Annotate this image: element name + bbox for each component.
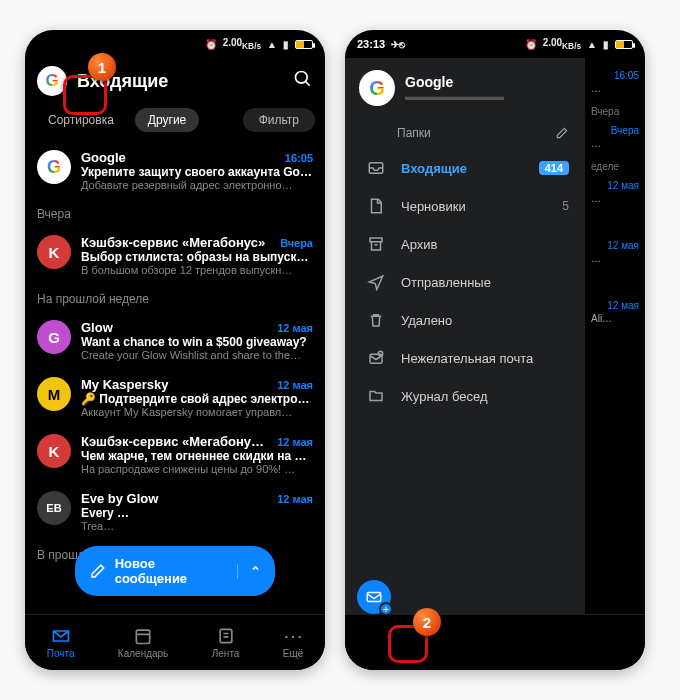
folder-archive[interactable]: Архив [345,225,585,263]
sender-avatar: K [37,235,71,269]
sender-avatar: G [37,320,71,354]
message-subject: Every … [81,506,313,520]
log-icon [365,387,387,405]
folder-label: Черновики [401,199,548,214]
message-subject: 🔑 Подтвердите свой адрес электронн… [81,392,313,406]
nav-feed[interactable]: Лента [212,626,240,659]
sender-name: Кэшбэк-сервис «Мегабону… [81,434,277,449]
status-bar: 23:13 ✈ ⎋ ⏰ 2.00KB/s ▲ ▮ [345,30,645,58]
folder-inbox[interactable]: Входящие 414 [345,149,585,187]
message-preview: Trea… [81,520,313,532]
message-date: 12 мая [277,379,313,391]
sent-icon [365,273,387,291]
message-row[interactable]: GGlow 12 мая Want a chance to win a $500… [25,312,325,369]
folder-spam[interactable]: Нежелательная почта [345,339,585,377]
account-avatar[interactable]: G [359,70,395,106]
folder-label: Удалено [401,313,569,328]
nav-drawer: G Google ▬▬▬▬▬▬▬▬▬ Папки Входящие 414 Че… [345,58,585,670]
account-email: ▬▬▬▬▬▬▬▬▬ [405,90,504,102]
draft-icon [365,197,387,215]
svg-rect-2 [136,630,149,643]
folder-draft[interactable]: Черновики 5 [345,187,585,225]
message-date: 16:05 [285,152,313,164]
nav-mail[interactable]: Почта [47,626,75,659]
folder-label: Нежелательная почта [401,351,569,366]
signal-icon: ▮ [283,39,289,50]
alarm-icon: ⏰ [525,39,537,50]
callout-1-box [63,75,107,115]
battery-icon [615,40,633,49]
folder-log[interactable]: Журнал бесед [345,377,585,415]
edit-folders-icon[interactable] [555,126,569,143]
message-row[interactable]: EBEve by Glow 12 мая Every … Trea… [25,483,325,540]
folder-label: Архив [401,237,569,252]
message-date: 12 мая [277,493,313,505]
search-icon[interactable] [293,69,313,94]
svg-point-0 [296,71,308,83]
spam-icon [365,349,387,367]
status-bar: ⏰ 2.00KB/s ▲ ▮ [25,30,325,58]
svg-line-1 [306,81,310,85]
net-speed: 2.00KB/s [223,37,261,51]
message-preview: Create your Glow Wishlist and share to t… [81,349,313,361]
chevron-up-icon[interactable]: ⌃ [237,564,261,579]
wifi-icon: ▲ [267,39,277,50]
message-subject: Want a chance to win a $500 giveaway? [81,335,313,349]
callout-2: 2 [413,608,441,636]
message-preview: Добавьте резервный адрес электронно… [81,179,313,191]
folder-badge: 414 [539,161,569,175]
account-header[interactable]: G Google ▬▬▬▬▬▬▬▬▬ [345,70,585,118]
tab-other[interactable]: Другие [135,108,199,132]
message-preview: Аккаунт My Kaspersky помогает управл… [81,406,313,418]
folder-trash[interactable]: Удалено [345,301,585,339]
filter-chip[interactable]: Фильтр [243,108,315,132]
sender-name: Кэшбэк-сервис «Мегабонус» [81,235,280,250]
phone-inbox: ⏰ 2.00KB/s ▲ ▮ G Входящие Сортировка Дру… [25,30,325,670]
sender-name: Google [81,150,285,165]
archive-icon [365,235,387,253]
message-subject: Выбор стилиста: образы на выпускно… [81,250,313,264]
phone-drawer: 23:13 ✈ ⎋ ⏰ 2.00KB/s ▲ ▮ 16:05 … Вчера В… [345,30,645,670]
message-row[interactable]: MMy Kaspersky 12 мая 🔑 Подтвердите свой … [25,369,325,426]
account-name: Google [405,74,504,90]
message-row[interactable]: KКэшбэк-сервис «Мегабонус» Вчера Выбор с… [25,227,325,284]
wifi-icon: ▲ [587,39,597,50]
message-row[interactable]: KКэшбэк-сервис «Мегабону… 12 мая Чем жар… [25,426,325,483]
sender-name: Eve by Glow [81,491,277,506]
folder-label: Входящие [401,161,525,176]
sender-avatar: G [37,150,71,184]
alarm-icon: ⏰ [205,39,217,50]
sender-name: My Kaspersky [81,377,277,392]
message-list[interactable]: GGoogle 16:05 Укрепите защиту своего акк… [25,142,325,568]
compose-button[interactable]: Новое сообщение ⌃ [75,546,275,596]
message-subject: Чем жарче, тем огненнее скидки на Ali… [81,449,313,463]
compose-fab[interactable]: + [357,580,391,614]
message-date: Вчера [280,237,313,249]
net-speed: 2.00KB/s [543,37,581,51]
message-preview: На распродаже снижены цены до 90%! … [81,463,313,475]
svg-rect-8 [370,238,382,242]
folder-label: Отправленные [401,275,569,290]
folder-label: Журнал бесед [401,389,569,404]
sender-avatar: K [37,434,71,468]
nav-calendar[interactable]: Календарь [118,626,168,659]
battery-icon [295,40,313,49]
telegram-icon: ✈ [391,39,399,50]
clock: 23:13 [357,38,385,50]
folder-count: 5 [562,199,569,213]
sender-avatar: EB [37,491,71,525]
inbox-peek: 16:05 … Вчера Вчера … еделе 12 мая … 12 … [585,58,645,614]
message-subject: Укрепите защиту своего аккаунта Goo… [81,165,313,179]
message-date: 12 мая [277,436,313,448]
folder-sent[interactable]: Отправленные [345,263,585,301]
bottom-nav: Почта Календарь Лента ⋯ Ещё [25,614,325,670]
message-date: 12 мая [277,322,313,334]
compose-label: Новое сообщение [115,556,229,586]
message-row[interactable]: GGoogle 16:05 Укрепите защиту своего акк… [25,142,325,199]
callout-1: 1 [88,53,116,81]
debug-icon: ⎋ [399,39,405,50]
message-preview: В большом обзоре 12 трендов выпускн… [81,264,313,276]
sender-name: Glow [81,320,277,335]
nav-more[interactable]: ⋯ Ещё [283,626,303,659]
svg-rect-15 [367,593,381,602]
